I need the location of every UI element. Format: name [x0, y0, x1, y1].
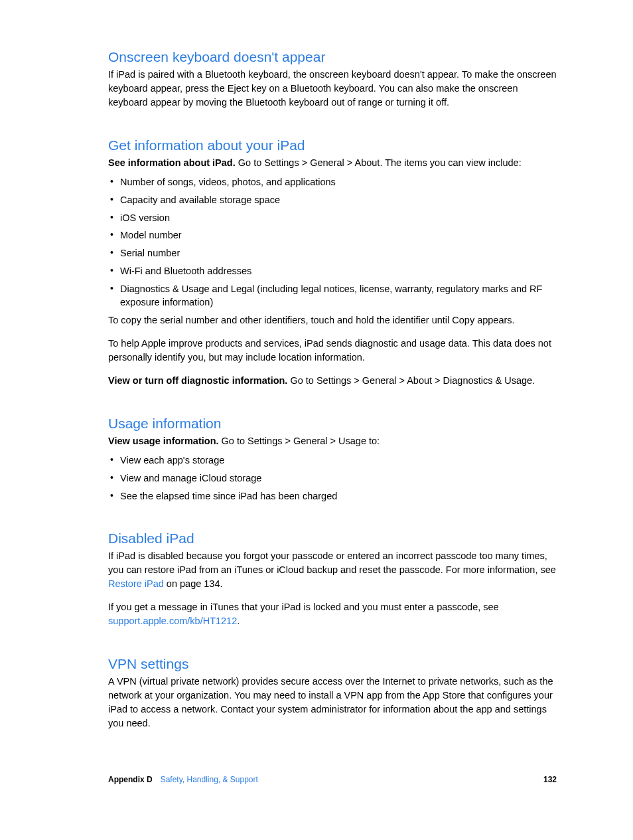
list-item: iOS version — [108, 211, 557, 224]
page-footer: Appendix D Safety, Handling, & Support 1… — [108, 775, 557, 784]
list-item: Capacity and available storage space — [108, 193, 557, 207]
list-item: Diagnostics & Usage and Legal (including… — [108, 282, 557, 309]
link-restore-ipad[interactable]: Restore iPad — [108, 578, 164, 589]
usage-list: View each app's storage View and manage … — [108, 454, 557, 503]
footer-appendix-label: Appendix D — [108, 775, 153, 784]
footer-page-number: 132 — [543, 775, 557, 784]
lead-strong: View usage information. — [108, 436, 219, 446]
section-usage-information: Usage information View usage information… — [108, 416, 557, 503]
info-list: Number of songs, videos, photos, and app… — [108, 175, 557, 309]
body-text: If iPad is paired with a Bluetooth keybo… — [108, 68, 557, 110]
list-item: View each app's storage — [108, 454, 557, 467]
body-text: A VPN (virtual private network) provides… — [108, 675, 557, 730]
footer-section-title: Safety, Handling, & Support — [161, 775, 258, 784]
body-text: If iPad is disabled because you forgot y… — [108, 549, 557, 591]
page-content: Onscreen keyboard doesn't appear If iPad… — [0, 0, 633, 730]
lead-strong: View or turn off diagnostic information. — [108, 375, 287, 386]
text-pre: If you get a message in iTunes that your… — [108, 602, 499, 612]
text-post: on page 134. — [164, 578, 223, 589]
section-get-information: Get information about your iPad See info… — [108, 137, 557, 388]
list-item: Model number — [108, 228, 557, 242]
list-item: Serial number — [108, 246, 557, 260]
heading-get-information: Get information about your iPad — [108, 137, 557, 153]
list-item: Wi-Fi and Bluetooth addresses — [108, 264, 557, 278]
lead-strong: See information about iPad. — [108, 157, 236, 168]
section-disabled-ipad: Disabled iPad If iPad is disabled becaus… — [108, 531, 557, 628]
body-text: If you get a message in iTunes that your… — [108, 600, 557, 628]
link-support-url[interactable]: support.apple.com/kb/HT1212 — [108, 616, 237, 626]
heading-disabled-ipad: Disabled iPad — [108, 531, 557, 546]
lead-text: View usage information. Go to Settings >… — [108, 434, 557, 448]
heading-onscreen-keyboard: Onscreen keyboard doesn't appear — [108, 49, 557, 65]
section-vpn-settings: VPN settings A VPN (virtual private netw… — [108, 656, 557, 730]
lead-rest: Go to Settings > General > About > Diagn… — [287, 375, 535, 386]
lead-rest: Go to Settings > General > Usage to: — [219, 436, 380, 446]
footer-left: Appendix D Safety, Handling, & Support — [108, 775, 258, 784]
body-text: View or turn off diagnostic information.… — [108, 374, 557, 388]
list-item: See the elapsed time since iPad has been… — [108, 489, 557, 503]
body-text: To help Apple improve products and servi… — [108, 337, 557, 365]
section-onscreen-keyboard: Onscreen keyboard doesn't appear If iPad… — [108, 49, 557, 110]
heading-usage-information: Usage information — [108, 416, 557, 432]
heading-vpn-settings: VPN settings — [108, 656, 557, 672]
body-text: To copy the serial number and other iden… — [108, 313, 557, 327]
list-item: Number of songs, videos, photos, and app… — [108, 175, 557, 189]
text-pre: If iPad is disabled because you forgot y… — [108, 550, 556, 575]
lead-text: See information about iPad. Go to Settin… — [108, 156, 557, 170]
list-item: View and manage iCloud storage — [108, 471, 557, 485]
text-post: . — [237, 616, 240, 626]
lead-rest: Go to Settings > General > About. The it… — [236, 157, 522, 168]
